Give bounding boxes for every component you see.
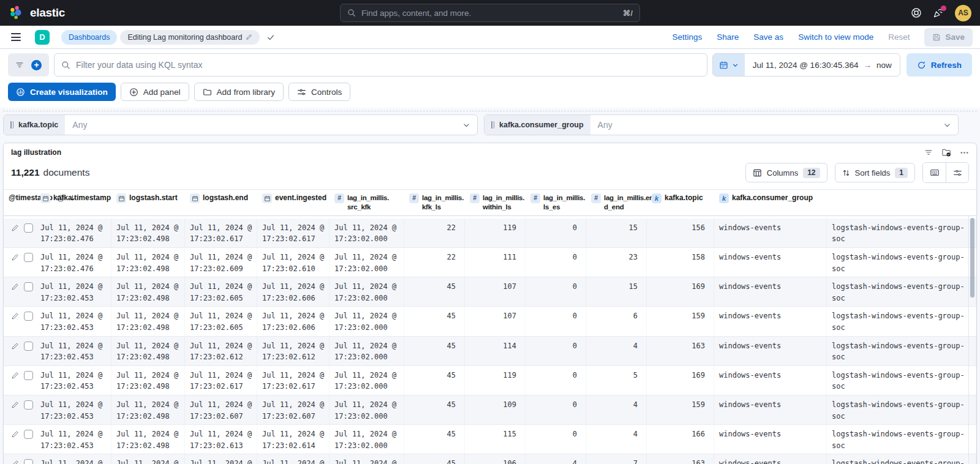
add-from-library-button[interactable]: Add from library xyxy=(194,83,284,101)
cell-lag_in_millis.kfk_ls[interactable]: 114 xyxy=(465,337,526,365)
save-as-link[interactable]: Save as xyxy=(753,32,783,42)
column-header-logstash.end[interactable]: logstash.end xyxy=(185,190,257,215)
cell-kafka.timestamp[interactable]: Jul 11, 2024 @17:23:02.498 xyxy=(111,307,185,335)
switch-to-view-mode-link[interactable]: Switch to view mode xyxy=(798,32,873,42)
cell-lag_in_millis.within_ls[interactable]: 0 xyxy=(526,248,586,277)
cell-lag_in_millis.ls_es[interactable]: 5 xyxy=(586,366,647,395)
chevron-down-icon[interactable] xyxy=(462,121,470,129)
vertical-scrollbar[interactable] xyxy=(968,215,976,464)
cell-event.ingested[interactable]: Jul 11, 2024 @17:23:02.000 xyxy=(330,454,404,464)
date-range-text[interactable]: Jul 11, 2024 @ 16:30:45.364 → now xyxy=(745,54,900,76)
refresh-button[interactable]: Refresh xyxy=(907,53,972,77)
row-checkbox[interactable] xyxy=(24,342,33,351)
sort-fields-button[interactable]: Sort fields 1 xyxy=(835,163,916,182)
cell-lag_in_millis.end_end[interactable]: 159 xyxy=(647,307,714,335)
cell-@timestamp[interactable]: Jul 11, 2024 @17:23:02.453 xyxy=(36,395,111,424)
cell-lag_in_millis.ls_es[interactable]: 15 xyxy=(586,277,647,306)
cell-lag_in_millis.src_kfk[interactable]: 45 xyxy=(404,337,465,365)
add-panel-button[interactable]: Add panel xyxy=(121,83,189,101)
cell-lag_in_millis.src_kfk[interactable]: 45 xyxy=(404,425,465,454)
cell-lag_in_millis.ls_es[interactable]: 15 xyxy=(586,219,647,247)
cell-lag_in_millis.src_kfk[interactable]: 45 xyxy=(404,277,465,306)
cell-lag_in_millis.end_end[interactable]: 163 xyxy=(647,454,714,464)
create-visualization-button[interactable]: Create visualization xyxy=(8,83,116,101)
edit-document-icon[interactable] xyxy=(11,401,19,409)
cell-lag_in_millis.kfk_ls[interactable]: 119 xyxy=(465,219,526,247)
cell-kafka.timestamp[interactable]: Jul 11, 2024 @17:23:02.498 xyxy=(111,219,185,247)
cell-logstash.start[interactable]: Jul 11, 2024 @17:23:02.605 xyxy=(185,277,257,306)
cell-lag_in_millis.within_ls[interactable]: 4 xyxy=(526,454,586,464)
cell-kafka.consumer_group[interactable]: logstash-windows-events-group-soc xyxy=(827,395,976,424)
cell-lag_in_millis.within_ls[interactable]: 0 xyxy=(526,425,586,454)
row-checkbox[interactable] xyxy=(24,282,33,291)
cell-@timestamp[interactable]: Jul 11, 2024 @17:23:02.476 xyxy=(36,248,111,277)
dots-menu-icon[interactable] xyxy=(960,148,969,157)
cell-kafka.consumer_group[interactable]: logstash-windows-events-group-soc xyxy=(827,337,976,365)
cell-kafka.consumer_group[interactable]: logstash-windows-events-group-soc xyxy=(827,454,976,464)
cell-lag_in_millis.within_ls[interactable]: 0 xyxy=(526,277,586,306)
cell-kafka.topic[interactable]: windows-events xyxy=(714,337,827,365)
cell-kafka.topic[interactable]: windows-events xyxy=(714,425,827,454)
cell-kafka.topic[interactable]: windows-events xyxy=(714,248,827,277)
cell-lag_in_millis.end_end[interactable]: 158 xyxy=(647,248,714,277)
cell-kafka.topic[interactable]: windows-events xyxy=(714,277,827,306)
cell-kafka.consumer_group[interactable]: logstash-windows-events-group-soc xyxy=(827,219,976,247)
reset-link[interactable]: Reset xyxy=(888,32,910,42)
cell-lag_in_millis.within_ls[interactable]: 0 xyxy=(526,219,586,247)
column-header-@timestamp[interactable]: @timestamp xyxy=(4,190,36,215)
cell-@timestamp[interactable]: Jul 11, 2024 @17:23:02.453 xyxy=(36,337,111,365)
cell-kafka.consumer_group[interactable]: logstash-windows-events-group-soc xyxy=(827,366,976,395)
drag-handle-icon[interactable] xyxy=(491,121,494,129)
share-link[interactable]: Share xyxy=(717,32,739,42)
cell-logstash.end[interactable]: Jul 11, 2024 @17:23:02.609 xyxy=(257,454,330,464)
column-header-event.ingested[interactable]: event.ingested xyxy=(257,190,330,215)
cell-kafka.consumer_group[interactable]: logstash-windows-events-group-soc xyxy=(827,425,976,454)
cell-lag_in_millis.ls_es[interactable]: 7 xyxy=(586,454,647,464)
edit-document-icon[interactable] xyxy=(11,224,19,232)
cell-event.ingested[interactable]: Jul 11, 2024 @17:23:02.000 xyxy=(330,248,404,277)
cell-event.ingested[interactable]: Jul 11, 2024 @17:23:02.000 xyxy=(330,337,404,365)
cell-logstash.start[interactable]: Jul 11, 2024 @17:23:02.609 xyxy=(185,248,257,277)
cell-event.ingested[interactable]: Jul 11, 2024 @17:23:02.000 xyxy=(330,219,404,247)
cell-logstash.end[interactable]: Jul 11, 2024 @17:23:02.606 xyxy=(257,307,330,335)
cell-lag_in_millis.within_ls[interactable]: 0 xyxy=(526,395,586,424)
cell-logstash.end[interactable]: Jul 11, 2024 @17:23:02.614 xyxy=(257,425,330,454)
cell-lag_in_millis.src_kfk[interactable]: 45 xyxy=(404,395,465,424)
cell-lag_in_millis.src_kfk[interactable]: 45 xyxy=(404,454,465,464)
filter-icon[interactable] xyxy=(15,61,24,69)
kql-query-input[interactable]: Filter your data using KQL syntax xyxy=(54,53,707,77)
breadcrumb-current[interactable]: Editing Lag monitoring dashboard xyxy=(120,30,260,45)
control-label[interactable]: kafka.topic xyxy=(4,115,65,135)
edit-document-icon[interactable] xyxy=(11,372,19,380)
control-label[interactable]: kafka.consumer_group xyxy=(484,115,590,135)
cell-logstash.start[interactable]: Jul 11, 2024 @17:23:02.604 xyxy=(185,454,257,464)
cell-lag_in_millis.end_end[interactable]: 159 xyxy=(647,395,714,424)
cell-event.ingested[interactable]: Jul 11, 2024 @17:23:02.000 xyxy=(330,395,404,424)
row-checkbox[interactable] xyxy=(24,459,33,464)
news-icon[interactable] xyxy=(933,7,944,18)
column-header-logstash.start[interactable]: logstash.start xyxy=(111,190,185,215)
cell-kafka.timestamp[interactable]: Jul 11, 2024 @17:23:02.498 xyxy=(111,366,185,395)
cell-lag_in_millis.src_kfk[interactable]: 22 xyxy=(404,219,465,247)
cell-logstash.end[interactable]: Jul 11, 2024 @17:23:02.617 xyxy=(257,366,330,395)
cell-kafka.timestamp[interactable]: Jul 11, 2024 @17:23:02.498 xyxy=(111,337,185,365)
cell-lag_in_millis.src_kfk[interactable]: 45 xyxy=(404,366,465,395)
cell-lag_in_millis.ls_es[interactable]: 4 xyxy=(586,425,647,454)
cell-lag_in_millis.ls_es[interactable]: 4 xyxy=(586,337,647,365)
cell-lag_in_millis.ls_es[interactable]: 6 xyxy=(586,307,647,335)
cell-kafka.consumer_group[interactable]: logstash-windows-events-group-soc xyxy=(827,277,976,306)
scrollbar-thumb[interactable] xyxy=(970,218,974,297)
cell-@timestamp[interactable]: Jul 11, 2024 @17:23:02.453 xyxy=(36,307,111,335)
cell-@timestamp[interactable]: Jul 11, 2024 @17:23:02.453 xyxy=(36,277,111,306)
cell-event.ingested[interactable]: Jul 11, 2024 @17:23:02.000 xyxy=(330,425,404,454)
filter-icon[interactable] xyxy=(924,148,933,157)
edit-document-icon[interactable] xyxy=(11,253,19,261)
edit-document-icon[interactable] xyxy=(11,312,19,320)
edit-document-icon[interactable] xyxy=(11,460,19,464)
cell-lag_in_millis.within_ls[interactable]: 0 xyxy=(526,307,586,335)
cell-logstash.start[interactable]: Jul 11, 2024 @17:23:02.617 xyxy=(185,219,257,247)
cell-kafka.topic[interactable]: windows-events xyxy=(714,307,827,335)
control-kafka-consumer-group[interactable]: kafka.consumer_group Any xyxy=(484,114,959,135)
date-range-end[interactable]: now xyxy=(876,61,892,70)
cell-lag_in_millis.end_end[interactable]: 169 xyxy=(647,366,714,395)
